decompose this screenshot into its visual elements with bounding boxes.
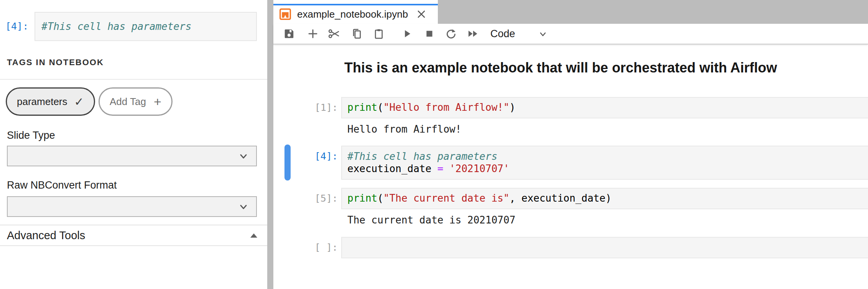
tab-title: example_notebook.ipynb <box>297 8 408 20</box>
close-icon[interactable] <box>416 9 426 19</box>
add-tag-label: Add Tag <box>110 96 146 108</box>
run-all-button[interactable] <box>466 24 480 44</box>
tag-pill-label: parameters <box>17 96 67 108</box>
tab-active-accent-bar <box>273 4 438 5</box>
code-cell-input-empty[interactable] <box>341 237 868 258</box>
plus-icon: + <box>154 95 161 108</box>
jupyterlab-window: [4]: #This cell has parameters TAGS IN N… <box>0 0 868 289</box>
paste-icon <box>373 28 385 39</box>
insert-cell-button[interactable] <box>306 24 320 44</box>
markdown-heading: This is an example notebook that will be… <box>344 60 777 76</box>
run-icon <box>402 28 413 39</box>
chevron-down-icon <box>238 202 248 212</box>
advanced-tools-label: Advanced Tools <box>7 229 250 242</box>
stop-icon <box>424 29 434 39</box>
caret-up-icon <box>250 233 257 238</box>
save-icon <box>283 28 295 39</box>
preview-cell-code: #This cell has parameters <box>41 21 191 32</box>
chevron-down-icon <box>238 151 248 161</box>
restart-kernel-button[interactable] <box>444 24 458 44</box>
cell-type-select[interactable]: Code <box>490 24 515 44</box>
copy-cells-button[interactable] <box>350 24 364 44</box>
tags-in-notebook-header: TAGS IN NOTEBOOK <box>7 57 104 67</box>
raw-nbconvert-label: Raw NBConvert Format <box>7 179 117 191</box>
code-cell-input[interactable]: print("Hello from Airflow!") <box>341 97 868 118</box>
scissors-icon <box>328 28 340 40</box>
preview-cell-prompt: [4]: <box>5 21 34 32</box>
code-cell-input[interactable]: #This cell has parametersexecution_date … <box>341 146 868 180</box>
notebook-toolbar: Code <box>273 24 868 44</box>
property-inspector-sidebar: [4]: #This cell has parameters TAGS IN N… <box>0 0 267 289</box>
chevron-down-icon[interactable] <box>538 29 548 39</box>
panel-splitter[interactable] <box>267 0 273 289</box>
code-cell-input[interactable]: print("The current date is", execution_d… <box>341 188 868 209</box>
interrupt-kernel-button[interactable] <box>422 24 437 44</box>
main-dock-panel: example_notebook.ipynb <box>273 0 868 289</box>
cell-collapser-active[interactable] <box>284 144 291 181</box>
copy-icon <box>351 28 363 39</box>
cell-prompt: [1]: <box>305 102 338 113</box>
run-cell-button[interactable] <box>400 24 414 44</box>
cut-cells-button[interactable] <box>327 24 341 44</box>
plus-icon <box>307 28 319 39</box>
cell-output: The current date is 20210707 <box>347 214 515 226</box>
cell-prompt: [ ]: <box>305 242 338 253</box>
fast-forward-icon <box>467 28 479 40</box>
cell-output: Hello from Airflow! <box>347 123 461 135</box>
slide-type-select[interactable] <box>7 146 257 166</box>
preview-cell-editor[interactable]: #This cell has parameters <box>35 12 257 41</box>
check-icon: ✓ <box>74 95 84 108</box>
tag-pill-parameters[interactable]: parameters ✓ <box>6 87 95 116</box>
raw-nbconvert-select[interactable] <box>7 196 257 217</box>
cell-prompt: [5]: <box>305 193 338 204</box>
add-tag-button[interactable]: Add Tag + <box>99 87 173 116</box>
paste-cells-button[interactable] <box>372 24 386 44</box>
save-button[interactable] <box>282 24 296 44</box>
restart-icon <box>445 28 457 39</box>
slide-type-label: Slide Type <box>7 130 55 141</box>
advanced-tools-header[interactable]: Advanced Tools <box>0 225 267 246</box>
cell-prompt: [4]: <box>305 151 338 162</box>
tags-section-divider <box>0 79 267 80</box>
notebook-file-icon <box>279 8 291 20</box>
